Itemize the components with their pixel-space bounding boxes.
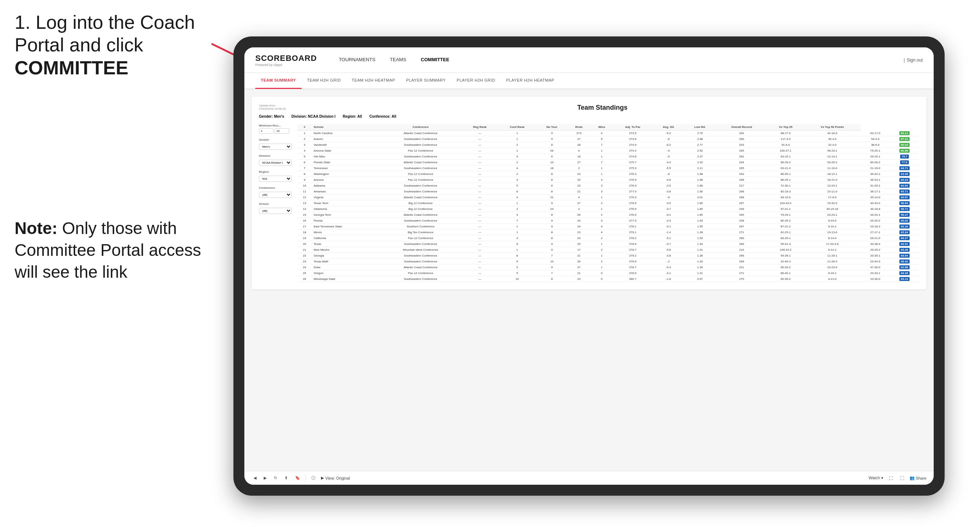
gender-select[interactable]: Men's <box>259 144 292 150</box>
col-conference: Conference <box>379 124 462 130</box>
nav-teams[interactable]: TEAMS <box>383 48 414 73</box>
table-row: 7TennesseeSoutheastern Conference—418212… <box>297 165 919 171</box>
table-row: 24DukeAtlantic Coast Conference—59271278… <box>297 265 919 270</box>
content-layout: Minimum Rou... Gender Men's <box>259 124 919 282</box>
toolbar-forward[interactable]: ▶ <box>262 475 269 481</box>
watch-button[interactable]: Watch ▾ <box>869 476 883 480</box>
gender-filter-display: Gender: Men's <box>259 114 284 119</box>
app-container: SCOREBOARD Powered by clippd TOURNAMENTS… <box>244 48 934 485</box>
table-row: 21New MexicoMountain West Conference—191… <box>297 247 919 253</box>
school-select[interactable]: (All) <box>259 208 292 214</box>
toolbar-back[interactable]: ◀ <box>251 475 258 481</box>
table-row: 9ArizonaPac-12 Conference—38234276.9-4.6… <box>297 177 919 183</box>
col-low-rd: Low Rd. <box>684 124 716 130</box>
min-rounds-label: Minimum Rou... <box>259 124 292 127</box>
division-select[interactable]: NCAA Division I <box>259 160 292 166</box>
col-wins: Wins <box>590 124 613 130</box>
standings-table: # School Conference Reg Rank Conf Rank N… <box>297 124 919 282</box>
filters-sidebar: Minimum Rou... Gender Men's <box>259 124 292 282</box>
bottom-toolbar: ◀ ▶ ↻ ⬆ 🔖 ⓘ ▶ View: Original Watch ▾ ⛶ ⛶… <box>244 471 934 485</box>
nav-committee[interactable]: COMMITTEE <box>414 48 457 73</box>
main-content: Update time: 27/03/2024 16:56:26 Team St… <box>244 89 934 471</box>
table-row: 25OregonPac-12 Conference—57210278.5-3.1… <box>297 270 919 276</box>
col-reg-rank: Reg Rank <box>462 124 498 130</box>
tablet-screen: SCOREBOARD Powered by clippd TOURNAMENTS… <box>244 48 934 485</box>
share-button[interactable]: 👥 Share <box>910 476 926 480</box>
col-conf-rank: Conf Rank <box>498 124 536 130</box>
note-label: Note: <box>14 219 57 238</box>
toolbar-screen[interactable]: ⛶ <box>887 475 895 481</box>
table-row: 8WashingtonPac-12 Conference—28231276.3-… <box>297 171 919 177</box>
sub-nav-team-summary[interactable]: TEAM SUMMARY <box>255 73 302 89</box>
table-row: 26Mississippi StateSoutheastern Conferen… <box>297 276 919 282</box>
region-select[interactable]: N/A <box>259 176 292 182</box>
table-row: 10AlabamaSoutheastern Conference—5623327… <box>297 183 919 189</box>
toolbar-share2[interactable]: ⬆ <box>283 475 290 481</box>
filters-row: Gender: Men's Division: NCAA Division I … <box>259 114 919 119</box>
table-wrapper: # School Conference Reg Rank Conf Rank N… <box>297 124 919 282</box>
instruction-step-bold: COMMITTEE <box>14 57 128 78</box>
gender-filter-label: Gender <box>259 138 292 141</box>
col-vs-top-25: Vs Top 25 <box>767 124 804 130</box>
conference-filter-label: Conference <box>259 186 292 189</box>
sub-nav-player-summary[interactable]: PLAYER SUMMARY <box>401 73 451 89</box>
table-row: 19CaliforniaPac-12 Conference—48242278.2… <box>297 235 919 241</box>
toolbar-fullscreen[interactable]: ⛶ <box>898 475 906 481</box>
sign-out[interactable]: | Sign out <box>904 57 923 63</box>
table-row: 6Florida StateAtlantic Coast Conference—… <box>297 160 919 165</box>
instruction-step-text: 1. Log into the Coach Portal and click <box>14 12 195 56</box>
table-row: 4Arizona StatePac-12 Conference—12641274… <box>297 148 919 154</box>
min-rounds-range <box>259 128 292 134</box>
gender-filter: Gender Men's <box>259 138 292 150</box>
table-row: 1North CarolinaAtlantic Coast Conference… <box>297 130 919 136</box>
top-nav: SCOREBOARD Powered by clippd TOURNAMENTS… <box>244 48 934 73</box>
sub-nav: TEAM SUMMARY TEAM H2H GRID TEAM H2H HEAT… <box>244 73 934 89</box>
standings-header: Update time: 27/03/2024 16:56:26 Team St… <box>259 104 919 119</box>
min-rounds-max-input[interactable] <box>275 128 289 134</box>
update-time-label: Update time: 27/03/2024 16:56:26 <box>259 104 286 110</box>
division-filter-label: Division <box>259 154 292 157</box>
min-rounds-filter: Minimum Rou... <box>259 124 292 134</box>
sub-nav-player-h2h-grid[interactable]: PLAYER H2H GRID <box>451 73 501 89</box>
logo-area: SCOREBOARD Powered by clippd <box>255 54 317 67</box>
instruction-step: 1. Log into the Coach Portal and click C… <box>14 11 226 79</box>
col-adj-to-par: Adj. To Par <box>613 124 652 130</box>
sub-nav-player-h2h-heatmap[interactable]: PLAYER H2H HEATMAP <box>501 73 560 89</box>
toolbar-info[interactable]: ⓘ <box>310 475 317 481</box>
instruction-area: 1. Log into the Coach Portal and click C… <box>14 11 226 283</box>
standings-title: Team Standings <box>578 104 628 111</box>
note-text: Note: Only those with Committee Portal a… <box>14 217 226 283</box>
sub-nav-team-h2h-heatmap[interactable]: TEAM H2H HEATMAP <box>346 73 401 89</box>
conference-filter: Conference (All) <box>259 186 292 198</box>
conference-select[interactable]: (All) <box>259 192 292 198</box>
table-row: 20TexasSoutheastern Conference—89251278.… <box>297 241 919 247</box>
table-row: 3VanderbiltSoutheastern Conference—28287… <box>297 142 919 148</box>
table-row: 17East Tennessee StateSouthern Conferenc… <box>297 224 919 230</box>
col-no-tour: No Tour <box>536 124 568 130</box>
nav-tournaments[interactable]: TOURNAMENTS <box>331 48 383 73</box>
region-filter: Region N/A <box>259 170 292 182</box>
col-avg-sg: Avg. SG <box>653 124 684 130</box>
table-row: 12VirginiaAtlantic Coast Conference—4214… <box>297 195 919 200</box>
col-overall-record: Overall Record <box>716 124 767 130</box>
table-row: 23Texas A&MSoutheastern Conference—91030… <box>297 259 919 265</box>
table-row: 14OklahomaBig 12 Conference—22421276.6-3… <box>297 206 919 212</box>
toolbar-bookmark[interactable]: 🔖 <box>293 475 302 481</box>
view-original-button[interactable]: ▶ View: Original <box>321 476 350 480</box>
region-filter-display: Region: All <box>343 114 362 119</box>
region-filter-label: Region <box>259 170 292 173</box>
tablet-frame: SCOREBOARD Powered by clippd TOURNAMENTS… <box>234 37 945 496</box>
sub-nav-team-h2h-grid[interactable]: TEAM H2H GRID <box>302 73 347 89</box>
standings-container: Update time: 27/03/2024 16:56:26 Team St… <box>251 97 926 289</box>
min-rounds-min-input[interactable] <box>259 128 274 134</box>
col-school: School <box>312 124 379 130</box>
school-filter-label: School <box>259 202 292 206</box>
table-row: 22GeorgiaSoutheastern Conference—8721127… <box>297 253 919 259</box>
table-row: 11ArkansasSoutheastern Conference—682132… <box>297 189 919 195</box>
logo-sub: Powered by clippd <box>255 63 317 67</box>
col-vs-top-50-points: Vs Top 50 Points <box>804 124 861 130</box>
toolbar-reload[interactable]: ↻ <box>272 475 279 481</box>
nav-items: TOURNAMENTS TEAMS COMMITTEE <box>331 48 904 73</box>
table-row: 2AuburnSoutheastern Conference—19276273.… <box>297 136 919 142</box>
toolbar-separator <box>305 475 306 482</box>
